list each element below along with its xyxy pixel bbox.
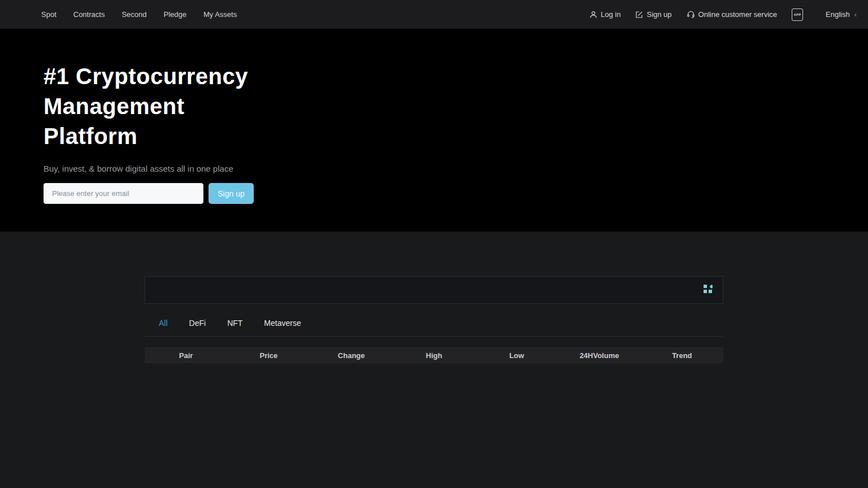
- app-download-icon[interactable]: APP: [792, 8, 803, 21]
- nav-menu: Spot Contracts Second Pledge My Assets: [41, 10, 237, 19]
- top-navigation-bar: Spot Contracts Second Pledge My Assets L…: [0, 0, 868, 29]
- hero-subtitle: Buy, invest, & borrow digital assets all…: [44, 164, 868, 173]
- signup-link[interactable]: Sign up: [635, 10, 671, 19]
- market-table-body: [145, 363, 723, 476]
- headset-icon: [687, 10, 695, 19]
- nav-item-my-assets[interactable]: My Assets: [203, 10, 237, 19]
- email-signup-form: Sign up: [44, 183, 868, 204]
- column-header-trend: Trend: [641, 351, 723, 360]
- language-label: English: [826, 10, 850, 19]
- apps-grid-icon[interactable]: [703, 284, 713, 296]
- nav-item-second[interactable]: Second: [121, 10, 146, 19]
- customer-service-button[interactable]: Online customer service: [687, 10, 777, 19]
- column-header-high: High: [393, 351, 475, 360]
- tab-metaverse[interactable]: Metaverse: [264, 319, 301, 328]
- tab-nft[interactable]: NFT: [227, 319, 242, 328]
- email-input[interactable]: [44, 183, 203, 204]
- column-header-price: Price: [227, 351, 310, 360]
- signup-button[interactable]: Sign up: [209, 183, 254, 204]
- customer-service-label: Online customer service: [698, 10, 777, 19]
- column-header-change: Change: [310, 351, 393, 360]
- nav-item-pledge[interactable]: Pledge: [163, 10, 186, 19]
- nav-actions: Log in Sign up Online customer service: [589, 8, 857, 21]
- chevron-left-icon: ‹: [854, 10, 857, 19]
- column-header-low: Low: [475, 351, 558, 360]
- market-section: All DeFi NFT Metaverse Pair Price Change…: [145, 276, 723, 476]
- hero-title: #1 Cryptocurrency Management Platform: [44, 62, 868, 151]
- language-selector[interactable]: English ‹: [826, 10, 857, 19]
- signup-label: Sign up: [646, 10, 671, 19]
- tab-defi[interactable]: DeFi: [189, 319, 206, 328]
- user-icon: [589, 11, 597, 19]
- tab-all[interactable]: All: [159, 319, 168, 328]
- banner-box: [145, 276, 723, 304]
- edit-icon: [635, 11, 643, 19]
- hero-section: #1 Cryptocurrency Management Platform Bu…: [0, 29, 868, 232]
- nav-item-spot[interactable]: Spot: [41, 10, 57, 19]
- market-tabs: All DeFi NFT Metaverse: [145, 319, 723, 337]
- column-header-24hvolume: 24HVolume: [558, 351, 640, 360]
- nav-item-contracts[interactable]: Contracts: [73, 10, 105, 19]
- column-header-pair: Pair: [145, 351, 227, 360]
- login-button[interactable]: Log in: [589, 10, 620, 19]
- market-table-header: Pair Price Change High Low 24HVolume Tre…: [145, 347, 723, 363]
- login-label: Log in: [601, 10, 620, 19]
